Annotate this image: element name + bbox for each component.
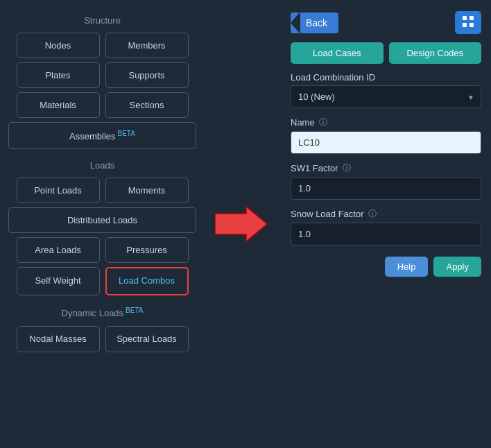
snow-load-info-icon: ⓘ <box>368 208 377 220</box>
distributed-loads-row: Distributed Loads <box>8 207 196 233</box>
self-weight-button[interactable]: Self Weight <box>17 267 100 295</box>
loads-section-label: Loads <box>8 160 196 171</box>
nodes-members-row: Nodes Members <box>8 33 196 58</box>
load-combination-select[interactable]: 10 (New) <box>291 85 481 108</box>
svg-rect-2 <box>470 16 474 20</box>
point-loads-moments-row: Point Loads Moments <box>8 178 196 203</box>
svg-rect-1 <box>463 16 467 20</box>
snow-load-factor-section: Snow Load Factor ⓘ <box>291 208 481 245</box>
top-buttons-row: Back <box>291 11 481 34</box>
sw1-factor-section: SW1 Factor ⓘ <box>291 162 481 200</box>
structure-section-label: Structure <box>8 15 196 26</box>
bottom-actions-row: Help Apply <box>291 257 481 277</box>
area-loads-button[interactable]: Area Loads <box>17 237 100 263</box>
back-button[interactable]: Back <box>291 12 338 33</box>
snow-load-factor-label: Snow Load Factor ⓘ <box>291 208 481 220</box>
supports-button[interactable]: Supports <box>105 62 189 88</box>
sections-button[interactable]: Sections <box>105 92 189 118</box>
nodal-masses-button[interactable]: Nodal Masses <box>17 326 100 353</box>
assemblies-row: AssembliesBETA <box>8 122 196 149</box>
grid-button[interactable] <box>455 11 481 34</box>
nodal-masses-spectral-loads-row: Nodal Masses Spectral Loads <box>8 326 196 353</box>
name-info-icon: ⓘ <box>319 117 327 128</box>
load-combination-select-wrapper: 10 (New) <box>291 85 481 108</box>
assemblies-beta-badge: BETA <box>118 130 135 137</box>
design-codes-button[interactable]: Design Codes <box>389 42 482 64</box>
help-button[interactable]: Help <box>385 257 429 277</box>
members-button[interactable]: Members <box>105 33 189 58</box>
moments-button[interactable]: Moments <box>105 178 189 203</box>
mid-buttons-row: Load Cases Design Codes <box>291 42 481 64</box>
plates-supports-row: Plates Supports <box>8 62 196 88</box>
dynamic-loads-section-label: Dynamic LoadsBETA <box>8 307 196 318</box>
load-cases-button[interactable]: Load Cases <box>291 42 384 64</box>
load-combination-id-section: Load Combination ID 10 (New) <box>291 72 481 108</box>
svg-marker-0 <box>215 207 267 241</box>
materials-sections-row: Materials Sections <box>8 92 196 118</box>
materials-button[interactable]: Materials <box>17 92 100 118</box>
arrow-area <box>205 0 281 448</box>
spectral-loads-button[interactable]: Spectral Loads <box>105 326 189 353</box>
svg-rect-4 <box>470 23 474 27</box>
name-label: Name ⓘ <box>291 117 481 128</box>
nodes-button[interactable]: Nodes <box>17 33 100 58</box>
sw1-factor-label: SW1 Factor ⓘ <box>291 162 481 174</box>
sw1-factor-input[interactable] <box>291 177 481 200</box>
distributed-loads-button[interactable]: Distributed Loads <box>8 207 196 233</box>
dynamic-loads-beta-badge: BETA <box>126 307 143 314</box>
svg-rect-3 <box>463 23 467 27</box>
assemblies-button[interactable]: AssembliesBETA <box>8 122 196 149</box>
right-panel: Back Load Cases Design Codes Load Combin… <box>281 0 491 448</box>
sw1-info-icon: ⓘ <box>343 162 351 174</box>
left-panel: Structure Nodes Members Plates Supports … <box>0 0 205 448</box>
plates-button[interactable]: Plates <box>17 62 100 88</box>
name-section: Name ⓘ <box>291 117 481 154</box>
self-weight-load-combos-row: Self Weight Load Combos <box>8 267 196 295</box>
apply-button[interactable]: Apply <box>433 257 481 277</box>
pressures-button[interactable]: Pressures <box>105 237 189 263</box>
snow-load-factor-input[interactable] <box>291 223 481 245</box>
area-loads-pressures-row: Area Loads Pressures <box>8 237 196 263</box>
load-combos-button[interactable]: Load Combos <box>105 267 189 295</box>
right-arrow-icon <box>215 203 270 245</box>
point-loads-button[interactable]: Point Loads <box>17 178 100 203</box>
load-combination-id-label: Load Combination ID <box>291 72 481 83</box>
grid-icon <box>462 15 474 28</box>
name-input[interactable] <box>291 131 481 154</box>
